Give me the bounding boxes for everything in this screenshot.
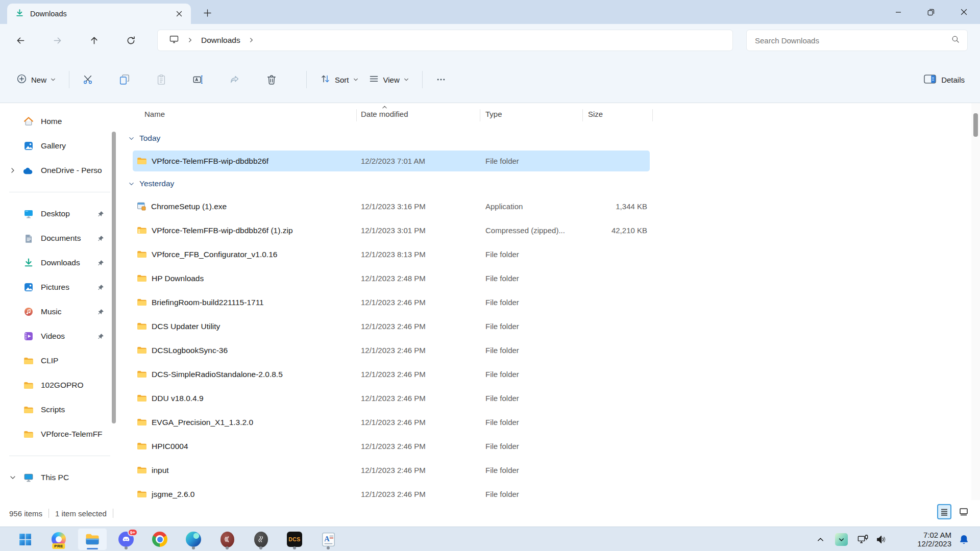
maximize-button[interactable] [915, 0, 947, 24]
file-name-cell: EVGA_Precision_X1_1.3.2.0 [137, 410, 253, 434]
sidebar-item-gallery[interactable]: Gallery [0, 135, 120, 157]
file-row-hp-downloads[interactable]: HP Downloads12/1/2023 2:48 PMFile folder [120, 266, 980, 290]
network-icon[interactable] [853, 527, 872, 551]
taskbar-simshaker[interactable] [212, 528, 242, 550]
chevron-down-icon[interactable] [8, 474, 17, 481]
sidebar-item-downloads[interactable]: Downloads [0, 252, 120, 274]
thispc-icon [22, 472, 35, 483]
sidebar-item-this-pc[interactable]: This PC [0, 466, 120, 489]
file-row-evga-precision-x1-1-3-2-0[interactable]: EVGA_Precision_X1_1.3.2.012/1/2023 2:46 … [120, 410, 980, 434]
sidebar-item-documents[interactable]: Documents [0, 227, 120, 249]
tab-downloads[interactable]: Downloads [7, 4, 191, 24]
sidebar-item-desktop[interactable]: Desktop [0, 203, 120, 225]
column-header-size[interactable]: Size [588, 110, 603, 118]
folder-icon [22, 430, 35, 439]
back-button[interactable] [10, 30, 31, 51]
search-icon[interactable] [951, 35, 960, 46]
column-header-type[interactable]: Type [485, 110, 502, 118]
sidebar-item-pictures[interactable]: Pictures [0, 276, 120, 298]
tray-app-icon[interactable] [832, 527, 850, 551]
file-row-dcslogbooksync-36[interactable]: DCSLogbookSync-3612/1/2023 2:46 PMFile f… [120, 338, 980, 362]
share-button[interactable] [225, 69, 245, 90]
file-name-cell: VPforce-TelemFFB-wip-dbdbb26f [137, 149, 268, 173]
file-row-jsgme-2-6-0[interactable]: jsgme_2.6.012/1/2023 2:46 PMFile folder [120, 482, 980, 500]
file-size [586, 149, 647, 173]
taskbar-edge[interactable] [179, 528, 208, 550]
chevron-right-icon[interactable] [249, 36, 254, 45]
volume-icon[interactable] [872, 527, 890, 551]
taskbar-simshaker-dark[interactable] [246, 528, 276, 550]
forward-button[interactable] [47, 30, 67, 51]
more-options-button[interactable] [431, 69, 451, 90]
breadcrumb-downloads[interactable]: Downloads [201, 36, 240, 45]
taskbar-chrome[interactable] [145, 528, 175, 550]
taskbar-file-explorer[interactable] [78, 528, 107, 550]
new-tab-button[interactable] [200, 6, 214, 20]
file-row-ddu-v18-0-4-9[interactable]: DDU v18.0.4.912/1/2023 2:46 PMFile folde… [120, 386, 980, 410]
search-input[interactable] [755, 36, 951, 45]
file-size [586, 338, 647, 362]
tab-close-icon[interactable] [173, 7, 186, 20]
column-header-name[interactable]: Name [144, 110, 165, 118]
taskbar-discord[interactable]: 9+ [111, 528, 141, 550]
file-date-modified: 12/1/2023 2:46 PM [361, 362, 426, 386]
file-row-vpforce-telemffb-wip-dbdbb26f-1-zip[interactable]: VPforce-TelemFFB-wip-dbdbb26f (1).zip12/… [120, 218, 980, 242]
monitor-icon[interactable] [169, 34, 179, 46]
column-header-date-modified[interactable]: Date modified [361, 110, 408, 118]
column-divider[interactable] [356, 109, 357, 121]
notification-bell-icon[interactable] [953, 527, 974, 551]
file-list-scrollbar-thumb[interactable] [973, 113, 978, 137]
rename-button[interactable] [188, 69, 208, 90]
sidebar-item-clip[interactable]: CLIP [0, 349, 120, 372]
hidden-icons-button[interactable] [812, 527, 829, 551]
file-row-hpic0004[interactable]: HPIC000412/1/2023 2:46 PMFile folder [120, 434, 980, 458]
chevron-right-icon[interactable] [187, 36, 193, 45]
sidebar-item-onedrive-perso[interactable]: OneDrive - Perso [0, 159, 120, 182]
new-button[interactable]: New [11, 70, 61, 89]
file-row-chromesetup-1-exe[interactable]: ChromeSetup (1).exe12/1/2023 3:16 PMAppl… [120, 194, 980, 218]
search-box[interactable] [746, 30, 968, 51]
taskbar-dcs[interactable]: DCS [280, 528, 309, 550]
column-divider[interactable] [652, 109, 653, 121]
column-divider[interactable] [582, 109, 583, 121]
group-header-today[interactable]: Today [120, 128, 980, 149]
close-button[interactable] [947, 0, 980, 24]
taskbar-copilot[interactable]: PRE [44, 528, 74, 550]
group-header-yesterday[interactable]: Yesterday [120, 173, 980, 194]
file-row-input[interactable]: input12/1/2023 2:46 PMFile folder [120, 458, 980, 482]
details-pane-button[interactable]: Details [924, 57, 965, 103]
minimize-button[interactable] [882, 0, 915, 24]
sidebar-item-vpforce-telemff[interactable]: VPforce-TelemFF [0, 423, 120, 445]
sidebar-item-scripts[interactable]: Scripts [0, 398, 120, 421]
taskbar-text-editor[interactable]: A [313, 528, 343, 550]
file-row-vpforce-telemffb-wip-dbdbb26f[interactable]: VPforce-TelemFFB-wip-dbdbb26f12/2/2023 7… [120, 149, 980, 173]
up-button[interactable] [84, 30, 104, 51]
delete-button[interactable] [261, 69, 282, 90]
sort-button[interactable]: Sort [315, 70, 363, 89]
file-row-dcs-updater-utility[interactable]: DCS Updater Utility12/1/2023 2:46 PMFile… [120, 314, 980, 338]
column-divider[interactable] [480, 109, 480, 121]
paste-button[interactable] [151, 69, 172, 90]
sidebar-scrollbar[interactable] [112, 132, 116, 423]
file-list-scrollbar-track[interactable] [971, 103, 980, 500]
sidebar-item-music[interactable]: Music [0, 300, 120, 323]
copy-button[interactable] [114, 69, 135, 90]
refresh-button[interactable] [120, 30, 141, 51]
address-bar[interactable]: Downloads [157, 30, 733, 51]
videos-icon [22, 331, 35, 341]
sidebar-item-102gopro[interactable]: 102GOPRO [0, 374, 120, 396]
sidebar-item-home[interactable]: Home [0, 110, 120, 133]
file-date-modified: 12/1/2023 2:46 PM [361, 410, 426, 434]
cut-button[interactable] [78, 69, 98, 90]
view-button[interactable]: View [363, 70, 414, 89]
sidebar-item-videos[interactable]: Videos [0, 325, 120, 347]
file-date-modified: 12/1/2023 3:16 PM [361, 194, 426, 218]
details-view-button[interactable] [937, 504, 951, 519]
chevron-right-icon[interactable] [8, 167, 17, 173]
file-row-briefingroom-build221115-1711[interactable]: BriefingRoom-build221115-171112/1/2023 2… [120, 290, 980, 314]
file-row-dcs-simpleradiostandalone-2-0-8-5[interactable]: DCS-SimpleRadioStandalone-2.0.8.512/1/20… [120, 362, 980, 386]
file-row-vpforce-ffb-configurator-v1-0-16[interactable]: VPforce_FFB_Configurator_v1.0.1612/1/202… [120, 242, 980, 266]
thumbnail-view-button[interactable] [957, 504, 971, 519]
taskbar-clock[interactable]: 7:02 AM 12/2/2023 [917, 527, 951, 551]
taskbar-start[interactable] [10, 528, 40, 550]
